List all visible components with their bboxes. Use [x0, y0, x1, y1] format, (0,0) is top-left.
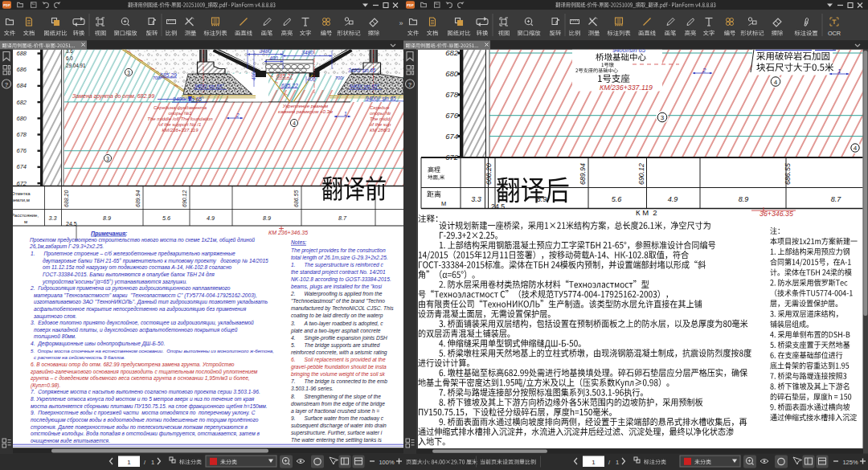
svg-text:680: 680	[16, 115, 27, 122]
svg-text:of the support No /1: of the support No /1	[159, 122, 202, 127]
svg-text:4. Single-profile expansi: 4. Single-profile expansion joints DSH	[291, 335, 387, 341]
svg-text:8. Укрепление откоса конуса по: 8. Укрепление откоса конуса под мостом и…	[31, 396, 255, 403]
svg-text:a layer of fractional crushed: a layer of fractional crushed stone h =	[291, 408, 379, 415]
svg-text:грунта – с доведением объемног: грунта – с доведением объемного веса ске…	[31, 375, 250, 382]
svg-text:"Technoelastmost" of the brand: "Technoelastmost" of the brand "Techno	[291, 298, 385, 304]
svg-text:от 11.12.15г под нагрузку от п: от 11.12.15г под нагрузку от подвижного …	[43, 264, 232, 271]
svg-text:опоры №: опоры №	[370, 111, 391, 116]
svg-text:688.20: 688.20	[485, 163, 493, 185]
svg-text:bringing the volume weight of: bringing the volume weight of the soil s…	[291, 371, 386, 378]
svg-text:9400// sin 65: 9400// sin 65	[366, 96, 396, 101]
svg-text:690.12: 690.12	[182, 190, 187, 207]
svg-text:689.94: 689.94	[579, 163, 587, 185]
svg-text:NK-102.8 according to GOST-333: NK-102.8 according to GOST-33384-2015.	[291, 276, 391, 283]
svg-text:OCR: OCR	[828, 30, 841, 37]
svg-text:?: ?	[5, 81, 9, 88]
svg-text:опоры №1: опоры №1	[168, 111, 191, 116]
svg-text:686.55: 686.55	[784, 163, 792, 185]
svg-text:КМ 236+346.35: КМ 236+346.35	[268, 230, 308, 235]
svg-text:coating to be laid directly on: coating to be laid directly on the water…	[291, 313, 383, 319]
svg-text:700/: 700/	[335, 76, 344, 80]
svg-text:3. A two-layer roadbed is: 3. A two-layer roadbed is adopted, c	[291, 321, 383, 327]
svg-text:К М 2: К М 2	[636, 208, 657, 217]
svg-text:6. Soil replacement is pr: 6. Soil replacement is provided at the	[291, 357, 386, 363]
svg-text:очищенном виде впитывается.: очищенном виде впитывается.	[31, 438, 110, 444]
svg-text:the standard project contract: the standard project contract No. 14/201	[291, 269, 386, 276]
svg-text:изготавливаемого ЗАО "ТехноНИК: изготавливаемого ЗАО "ТехноНИКОЛЬ". Данн…	[34, 299, 268, 305]
svg-text:3: 3	[106, 156, 109, 161]
svg-text:4: 4	[854, 145, 858, 152]
svg-text:Расстояние,: Расстояние,	[11, 213, 39, 218]
svg-text:5. The bridge supports ar: 5. The bridge supports are strutted	[291, 342, 380, 349]
svg-text:3: 3	[127, 70, 130, 76]
svg-text:total length of 26.1m,size G-2: total length of 26.1m,size G-29.3+2x2.25…	[291, 255, 388, 261]
svg-text:400: 400	[251, 72, 256, 80]
svg-text:8.9: 8.9	[537, 195, 547, 203]
svg-text:КМ 286/3: КМ 286/3	[370, 128, 391, 133]
svg-text:Отметка: Отметка	[11, 191, 31, 196]
svg-text:678: 678	[16, 131, 27, 138]
svg-text:4.9: 4.9	[207, 215, 215, 222]
svg-text:земли,м: земли,м	[11, 198, 30, 202]
svg-text:1: 1	[837, 67, 841, 75]
svg-text:The water entering the settlin: The water entering the settling tanks is	[291, 437, 383, 443]
svg-text:Укрепление рваным: Укрепление рваным	[282, 104, 328, 108]
svg-text:защитного слоя.: защитного слоя.	[33, 313, 76, 320]
svg-text:КМ/236+337.119: КМ/236+337.119	[162, 128, 199, 133]
svg-text:3: 3	[661, 114, 665, 121]
svg-text:1: 1	[592, 459, 596, 466]
svg-text:688: 688	[16, 50, 27, 57]
svg-text:PDF: PDF	[3, 3, 10, 7]
svg-text:The midd: The midd	[370, 116, 391, 121]
svg-text:2. Гидроизоляция применена из: 2. Гидроизоляция применена из рулонного …	[30, 285, 231, 292]
svg-text:The project provides for the c: The project provides for the constructio…	[291, 247, 386, 254]
svg-text:of the sup: of the sup	[370, 122, 391, 127]
svg-text:7. Сопряжение моста с насыпью: 7. Сопряжение моста с насыпью выполнено …	[31, 389, 260, 395]
svg-text:689.94: 689.94	[135, 190, 141, 207]
svg-text:690.12: 690.12	[637, 163, 645, 185]
svg-text:674: 674	[16, 163, 27, 170]
svg-text:Замена грунта до отм. 682.99: Замена грунта до отм. 682.99	[72, 93, 154, 100]
svg-text:6. В основании опор до отм. 68: 6. В основании опор до отм. 682.99 преду…	[31, 362, 235, 368]
svg-text:1: 1	[127, 459, 131, 466]
svg-text:beams, plugs are installed for: beams, plugs are installed for the "kosi	[291, 284, 383, 290]
svg-text:125%: 125%	[842, 459, 858, 466]
svg-text:plate and a two-layer asphalt: plate and a two-layer asphalt concrete	[290, 328, 381, 334]
svg-text:682: 682	[445, 48, 459, 57]
svg-text:26,1м,габарит Г-29.3+2х2.25.: 26,1м,габарит Г-29.3+2х2.25.	[29, 243, 104, 250]
svg-text:PDF: PDF	[407, 3, 414, 7]
svg-text:3480: 3480	[301, 50, 313, 55]
svg-text:superstructure. Further, surfa: superstructure. Further, surface water i	[291, 430, 383, 436]
svg-text:676: 676	[16, 147, 27, 154]
svg-text:8. Strengthening of the s: 8. Strengthening of the slope of the	[291, 394, 381, 400]
svg-text:моста выполняется сборными пли: моста выполняется сборными плитами ПУ150…	[31, 403, 268, 410]
svg-text:678: 678	[445, 90, 459, 99]
svg-text:1. Пролетное строение – с: 1. Пролетное строение – с/б железобетонн…	[31, 251, 235, 257]
svg-text:устройства"косины"(α=65°) уста: устройства"косины"(α=65°) устанавливаютс…	[42, 279, 187, 285]
svg-text:гравийно-галечникового основан: гравийно-галечникового основания произво…	[31, 369, 258, 375]
svg-text:gravel-pebble foundation shoul: gravel-pebble foundation should be insta	[291, 364, 387, 370]
svg-text:5.6: 5.6	[612, 195, 622, 203]
svg-text:5. Опоры моста стоечные на ес: 5. Опоры моста стоечные на естественном …	[31, 348, 274, 354]
svg-text:8.9: 8.9	[103, 215, 111, 222]
svg-text:3.3: 3.3	[471, 195, 481, 203]
svg-text:676: 676	[445, 111, 459, 120]
svg-text:Середин: Середин	[370, 105, 390, 110]
svg-text:100%: 100%	[379, 459, 395, 466]
svg-text:downstream from the edge of th: downstream from the edge of the bridge	[291, 401, 385, 407]
svg-text:4: 4	[774, 79, 778, 86]
svg-text:reinforced concrete, with a se: reinforced concrete, with a seismic rati…	[291, 349, 387, 356]
svg-text:2: 2	[235, 112, 240, 118]
svg-text:1: 1	[616, 459, 619, 466]
svg-text:(Купл=0.98).: (Купл=0.98).	[31, 382, 61, 389]
svg-text:4: 4	[293, 121, 296, 126]
svg-text:684: 684	[16, 82, 27, 89]
svg-text:9. Поверхностные воды с проез: 9. Поверхностные воды с проезжей части м…	[31, 410, 256, 416]
svg-text:»: »	[399, 19, 403, 27]
svg-text:700/: 700/	[153, 76, 162, 80]
svg-text:3.503.1-96 series.: 3.503.1-96 series.	[291, 386, 334, 391]
svg-text:строения. Далее поверхностные: строения. Далее поверхностные воды по те…	[31, 424, 248, 431]
svg-text:поверх накладной плиты, и двух: поверх накладной плиты, и двухслойного а…	[34, 327, 238, 333]
svg-text:отстойные колодцы. Вода попада: отстойные колодцы. Вода попадая в отстой…	[31, 431, 260, 437]
svg-text:8.7: 8.7	[831, 195, 842, 203]
